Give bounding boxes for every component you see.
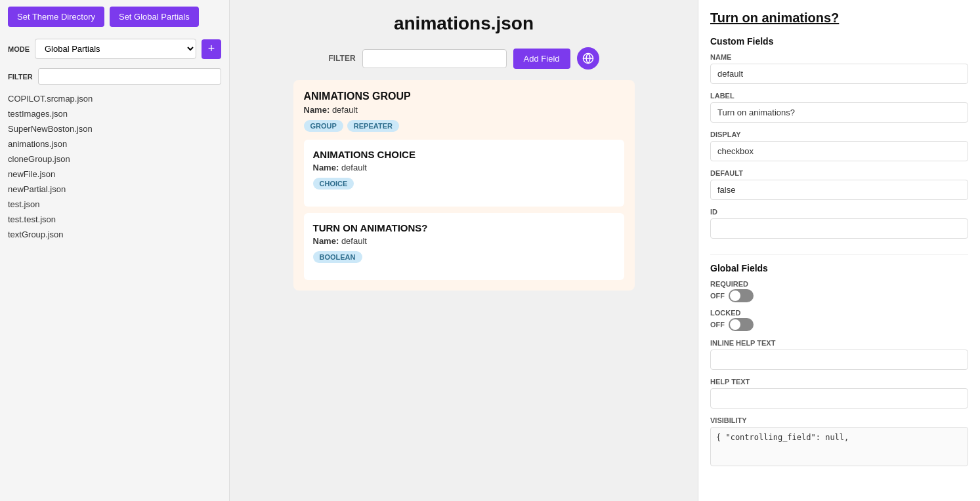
- list-item[interactable]: textGroup.json: [8, 227, 221, 242]
- list-item[interactable]: testImages.json: [8, 106, 221, 121]
- choice-badges: CHOICE: [313, 178, 615, 190]
- badge-choice: CHOICE: [313, 178, 354, 190]
- group-name: Name: default: [304, 105, 624, 115]
- boolean-name: Name: default: [313, 236, 615, 246]
- required-toggle-wrap: OFF: [710, 289, 968, 302]
- sidebar-filter-input[interactable]: [38, 68, 221, 85]
- choice-name-label: Name:: [313, 163, 339, 172]
- group-badges: GROUP REPEATER: [304, 120, 624, 132]
- help-text-label: HELP TEXT: [710, 378, 968, 386]
- turn-on-animations-card[interactable]: TURN ON ANIMATIONS? Name: default BOOLEA…: [304, 213, 624, 280]
- name-field-input[interactable]: [710, 64, 968, 84]
- required-label: REQUIRED: [710, 280, 968, 288]
- animations-group-card: ANIMATIONS GROUP Name: default GROUP REP…: [293, 80, 635, 291]
- help-text-input[interactable]: [710, 388, 968, 409]
- list-item[interactable]: newFile.json: [8, 167, 221, 182]
- label-field-input[interactable]: [710, 102, 968, 123]
- visibility-label: VISIBILITY: [710, 416, 968, 424]
- group-name-label: Name:: [304, 105, 330, 115]
- help-text-group: HELP TEXT: [710, 378, 968, 416]
- file-list: COPILOT.srcmap.json testImages.json Supe…: [0, 89, 229, 501]
- add-button[interactable]: +: [202, 39, 221, 59]
- inline-help-input[interactable]: [710, 350, 968, 370]
- mode-select[interactable]: Global Partials Theme Local: [35, 39, 196, 59]
- id-field-label: ID: [710, 208, 968, 216]
- animations-choice-card[interactable]: ANIMATIONS CHOICE Name: default CHOICE: [304, 140, 624, 207]
- id-field-input[interactable]: [710, 218, 968, 239]
- required-toggle[interactable]: [729, 289, 754, 302]
- name-field-label: NAME: [710, 53, 968, 61]
- badge-group: GROUP: [304, 120, 343, 132]
- boolean-name-label: Name:: [313, 236, 339, 246]
- list-item[interactable]: animations.json: [8, 136, 221, 151]
- custom-fields-heading: Custom Fields: [710, 36, 968, 47]
- list-item[interactable]: test.json: [8, 197, 221, 212]
- default-field-label: DEFAULT: [710, 169, 968, 177]
- toolbar-filter-input[interactable]: [362, 49, 507, 68]
- locked-off-text: OFF: [710, 321, 725, 329]
- locked-toggle[interactable]: [729, 318, 754, 331]
- group-title: ANIMATIONS GROUP: [304, 90, 624, 102]
- group-name-value: default: [332, 105, 358, 115]
- toolbar-filter-label: FILTER: [328, 54, 355, 63]
- mode-row: MODE Global Partials Theme Local +: [0, 33, 229, 64]
- set-theme-directory-button[interactable]: Set Theme Directory: [8, 7, 104, 27]
- divider: [710, 254, 968, 255]
- set-global-partials-button[interactable]: Set Global Partials: [110, 7, 199, 27]
- boolean-badges: BOOLEAN: [313, 251, 615, 263]
- sidebar: Set Theme Directory Set Global Partials …: [0, 0, 230, 501]
- toolbar: FILTER Add Field: [243, 47, 685, 70]
- choice-title: ANIMATIONS CHOICE: [313, 149, 615, 160]
- required-toggle-group: REQUIRED OFF: [710, 280, 968, 302]
- globe-icon-button[interactable]: [577, 47, 599, 70]
- boolean-name-value: default: [341, 236, 367, 246]
- panel-title: Turn on animations?: [710, 10, 968, 26]
- boolean-title: TURN ON ANIMATIONS?: [313, 222, 615, 233]
- locked-toggle-wrap: OFF: [710, 318, 968, 331]
- badge-repeater: REPEATER: [347, 120, 399, 132]
- filter-label: FILTER: [8, 73, 33, 81]
- add-field-button[interactable]: Add Field: [513, 49, 570, 69]
- main-content: animations.json FILTER Add Field ANIMATI…: [230, 0, 698, 501]
- default-field-input[interactable]: [710, 180, 968, 200]
- inline-help-label: INLINE HELP TEXT: [710, 339, 968, 347]
- badge-boolean: BOOLEAN: [313, 251, 362, 263]
- required-off-text: OFF: [710, 292, 725, 300]
- filter-row: FILTER: [0, 64, 229, 89]
- right-panel: Turn on animations? Custom Fields NAME L…: [698, 0, 980, 501]
- inline-help-group: INLINE HELP TEXT: [710, 339, 968, 378]
- global-fields-heading: Global Fields: [710, 263, 968, 273]
- list-item[interactable]: SuperNewBoston.json: [8, 121, 221, 136]
- locked-toggle-group: LOCKED OFF: [710, 309, 968, 331]
- choice-name-value: default: [341, 163, 367, 172]
- visibility-group: VISIBILITY { "controlling_field": null,: [710, 416, 968, 466]
- page-title: animations.json: [243, 13, 685, 34]
- visibility-box[interactable]: { "controlling_field": null,: [710, 427, 968, 466]
- sidebar-header: Set Theme Directory Set Global Partials: [0, 0, 229, 33]
- list-item[interactable]: newPartial.json: [8, 182, 221, 197]
- display-field-input[interactable]: [710, 141, 968, 161]
- mode-label: MODE: [8, 45, 30, 53]
- list-item[interactable]: COPILOT.srcmap.json: [8, 91, 221, 106]
- display-field-label: DISPLAY: [710, 130, 968, 138]
- list-item[interactable]: test.test.json: [8, 212, 221, 227]
- list-item[interactable]: cloneGroup.json: [8, 151, 221, 167]
- label-field-label: LABEL: [710, 92, 968, 100]
- choice-name: Name: default: [313, 163, 615, 172]
- locked-label: LOCKED: [710, 309, 968, 317]
